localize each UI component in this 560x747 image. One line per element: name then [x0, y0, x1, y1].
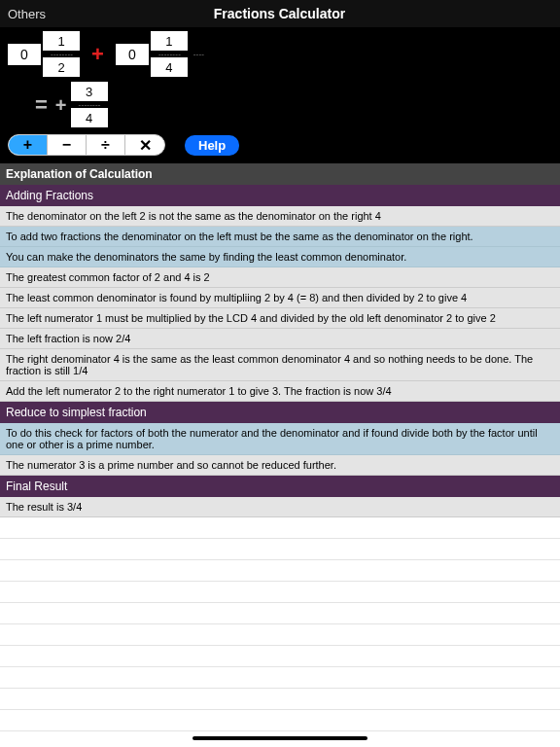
adding-header: Adding Fractions: [0, 185, 560, 206]
operation-selector: + − ÷ ✕: [8, 134, 165, 156]
calculator-panel: 0 1 - - - - - - - - 2 + 0 1 - - - - - - …: [0, 27, 560, 163]
right-denominator-input[interactable]: 4: [151, 57, 188, 77]
right-whole-input[interactable]: 0: [116, 44, 149, 65]
left-denominator-input[interactable]: 2: [43, 57, 80, 77]
explain-line: To do this check for factors of both the…: [0, 423, 560, 455]
explain-line: You can make the denominators the same b…: [0, 247, 560, 267]
header-bar: Others Fractions Calculator: [0, 0, 560, 27]
left-fraction: 0 1 - - - - - - - - 2: [8, 31, 80, 78]
explain-line: The left numerator 1 must be multiplied …: [0, 308, 560, 329]
empty-rows: [0, 517, 560, 747]
help-button[interactable]: Help: [185, 135, 239, 156]
explain-line: The right denominator 4 is the same as t…: [0, 349, 560, 381]
explain-line: The denominator on the left 2 is not the…: [0, 206, 560, 227]
left-numerator-input[interactable]: 1: [43, 31, 80, 51]
result-denominator: 4: [71, 108, 108, 127]
reduce-header: Reduce to simplest fraction: [0, 402, 560, 423]
result-numerator: 3: [71, 82, 108, 101]
trailing-dots-icon: - - - -: [190, 52, 207, 57]
right-fraction: 0 1 - - - - - - - - 4 - - - -: [116, 31, 207, 78]
explain-line: The least common denominator is found by…: [0, 288, 560, 308]
divide-button[interactable]: ÷: [87, 135, 125, 155]
explain-line: To add two fractions the denominator on …: [0, 227, 560, 247]
explanation-header: Explanation of Calculation: [0, 163, 560, 185]
equals-icon: =: [31, 92, 52, 118]
operator-icon: +: [84, 42, 112, 67]
explain-line: The result is 3/4: [0, 497, 560, 517]
explain-line: The numerator 3 is a prime number and so…: [0, 455, 560, 476]
result-sign-icon: +: [55, 94, 67, 117]
home-indicator-icon: [192, 736, 368, 740]
final-header: Final Result: [0, 476, 560, 497]
explain-line: Add the left numerator 2 to the right nu…: [0, 381, 560, 402]
page-title: Fractions Calculator: [7, 6, 552, 21]
explain-line: The greatest common factor of 2 and 4 is…: [0, 267, 560, 288]
add-button[interactable]: +: [9, 135, 48, 155]
subtract-button[interactable]: −: [48, 135, 87, 155]
explain-line: The left fraction is now 2/4: [0, 329, 560, 349]
right-numerator-input[interactable]: 1: [151, 31, 188, 51]
left-whole-input[interactable]: 0: [8, 44, 41, 65]
multiply-button[interactable]: ✕: [125, 135, 164, 155]
